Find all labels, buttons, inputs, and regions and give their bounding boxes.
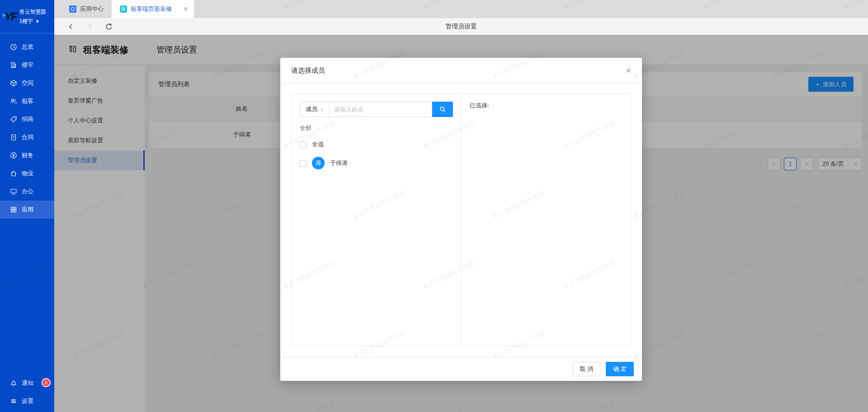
sidebar-item-buildings[interactable]: 楼宇 — [0, 56, 54, 74]
selected-label: 已选择: — [470, 102, 623, 110]
sidebar-item-label: 招商 — [22, 115, 33, 123]
member-checkbox[interactable] — [300, 160, 307, 167]
refresh-icon[interactable] — [105, 23, 113, 31]
select-all-checkbox[interactable] — [300, 141, 307, 148]
cube-icon — [10, 80, 17, 87]
sidebar-item-tenants[interactable]: 租客 — [0, 92, 54, 110]
logo-text: 青云智慧园区 1楼宇 — [19, 8, 51, 25]
notification-badge: 6 — [42, 378, 51, 387]
sidebar-item-notifications[interactable]: 通知 6 — [0, 374, 54, 392]
modal-header: 请选择成员 × — [280, 58, 642, 84]
home-icon — [10, 170, 17, 177]
sidebar-item-label: 租客 — [22, 97, 33, 105]
sidebar-item-settings[interactable]: 设置 — [0, 392, 54, 410]
decoration-app-icon — [120, 5, 127, 13]
search-icon — [439, 106, 446, 113]
member-avatar: 涛 — [312, 157, 325, 169]
building-name: 1楼宇 — [19, 18, 33, 25]
browser-toolbar: 管理员设置 — [54, 18, 868, 35]
tab-bar: 应用中心 租客端页面装修 × — [54, 0, 868, 18]
sidebar-item-label: 办公 — [22, 187, 33, 196]
modal-title: 请选择成员 — [291, 66, 325, 75]
toolbar-title: 管理员设置 — [54, 18, 868, 35]
member-search: 成员 ∨ — [300, 102, 453, 117]
building-icon — [10, 61, 17, 69]
member-type-value: 成员 — [306, 105, 317, 113]
modal-close-icon[interactable]: × — [626, 66, 631, 75]
sidebar-item-label: 空间 — [22, 79, 33, 87]
chevron-right-icon — [37, 19, 39, 23]
sidebar-item-label: 设置 — [22, 397, 33, 405]
sidebar-item-space[interactable]: 空间 — [0, 74, 54, 92]
search-button[interactable] — [432, 102, 453, 117]
sidebar-item-finance[interactable]: 财务 — [0, 146, 54, 164]
sidebar-bottom: 通知 6 设置 — [0, 374, 54, 410]
finance-icon — [10, 152, 17, 159]
forward-icon[interactable] — [86, 23, 94, 31]
screen: YF 青云智慧园区 1楼宇 总览 楼宇 空间 — [0, 0, 868, 412]
dashboard-icon — [10, 43, 17, 51]
building-switcher[interactable]: 1楼宇 — [19, 18, 51, 25]
sidebar-item-office[interactable]: 办公 — [0, 183, 54, 201]
member-source-panel: 成员 ∨ 全部 全选 涛 于得涛 — [292, 94, 462, 346]
tab-label: 应用中心 — [80, 5, 104, 13]
sidebar-item-investment[interactable]: 招商 — [0, 110, 54, 128]
sidebar-item-label: 合同 — [22, 133, 33, 141]
document-icon — [10, 134, 17, 141]
tab-app-center[interactable]: 应用中心 — [61, 0, 112, 18]
bell-icon — [10, 379, 17, 387]
sidebar-item-contracts[interactable]: 合同 — [0, 128, 54, 146]
tag-icon — [10, 116, 17, 123]
desktop-icon — [10, 188, 17, 195]
member-selected-panel: 已选择: — [462, 94, 631, 346]
logo-mark-icon: YF — [5, 10, 17, 23]
member-name: 于得涛 — [330, 159, 348, 167]
modal-footer: 取 消 确 定 — [280, 357, 642, 381]
back-icon[interactable] — [67, 23, 75, 31]
sidebar-item-label: 物业 — [22, 169, 33, 178]
member-type-select[interactable]: 成员 ∨ — [300, 102, 330, 117]
sidebar-item-apps[interactable]: 应用 — [0, 201, 54, 219]
sidebar-item-label: 通知 — [22, 379, 33, 387]
select-all-label: 全选 — [312, 140, 324, 149]
sidebar-item-property[interactable]: 物业 — [0, 164, 54, 183]
app-center-icon — [69, 5, 76, 13]
menu-lines-icon — [10, 398, 17, 405]
apps-icon — [10, 206, 17, 213]
member-search-input[interactable] — [330, 102, 432, 117]
tab-close-icon[interactable]: × — [184, 5, 188, 13]
member-transfer: 成员 ∨ 全部 全选 涛 于得涛 — [291, 93, 631, 346]
sidebar-item-label: 财务 — [22, 151, 33, 159]
select-all-row: 全选 — [300, 140, 453, 149]
cancel-button[interactable]: 取 消 — [573, 362, 601, 376]
select-member-modal: 请选择成员 × 成员 ∨ 全部 全选 — [280, 58, 642, 381]
member-row: 涛 于得涛 — [300, 157, 453, 169]
sidebar-item-label: 总览 — [22, 43, 33, 51]
chevron-down-icon: ∨ — [320, 107, 324, 112]
users-icon — [10, 98, 17, 105]
sidebar-item-label: 应用 — [22, 206, 33, 214]
confirm-button[interactable]: 确 定 — [606, 362, 634, 376]
sidebar-item-label: 楼宇 — [22, 61, 33, 69]
app-logo[interactable]: YF 青云智慧园区 1楼宇 — [0, 0, 54, 33]
sidebar-nav: 总览 楼宇 空间 租客 招商 合同 — [0, 38, 54, 219]
company-name: 青云智慧园区 — [19, 8, 46, 16]
group-label: 全部 — [300, 124, 453, 132]
app-sidebar: YF 青云智慧园区 1楼宇 总览 楼宇 空间 — [0, 0, 54, 412]
sidebar-item-overview[interactable]: 总览 — [0, 38, 54, 56]
tab-tenant-page-decoration[interactable]: 租客端页面装修 × — [112, 0, 194, 18]
tab-label: 租客端页面装修 — [131, 5, 172, 13]
